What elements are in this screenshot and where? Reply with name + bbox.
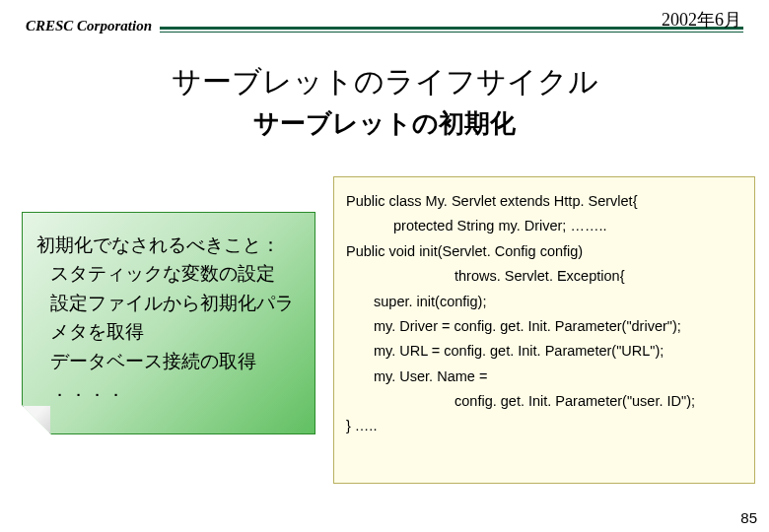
- code-line-3: Public void init(Servlet. Config config): [346, 243, 583, 259]
- header-rule: [160, 27, 743, 33]
- code-line-1: Public class My. Servlet extends Http. S…: [346, 193, 638, 209]
- slide-subtitle: サーブレットの初期化: [0, 106, 769, 141]
- page-number: 85: [740, 509, 757, 526]
- code-line-9: config. get. Init. Parameter("user. ID")…: [346, 389, 742, 414]
- code-line-6: my. Driver = config. get. Init. Paramete…: [346, 314, 742, 339]
- code-line-10: } …..: [346, 418, 377, 433]
- code-line-5: super. init(config);: [346, 290, 742, 314]
- left-ellipsis: ．．．．: [36, 375, 301, 404]
- page-fold-icon: [23, 406, 50, 433]
- code-line-7: my. URL = config. get. Init. Parameter("…: [346, 339, 742, 364]
- code-line-4: throws. Servlet. Exception{: [346, 264, 742, 289]
- left-item-3: データベース接続の取得: [36, 347, 301, 375]
- date-label: 2002年6月: [662, 8, 741, 32]
- left-heading: 初期化でなされるべきこと：: [36, 231, 301, 259]
- code-line-8: my. User. Name =: [346, 365, 742, 389]
- left-item-1: スタティックな変数の設定: [36, 259, 301, 288]
- code-sample-box: Public class My. Servlet extends Http. S…: [333, 176, 755, 484]
- corporation-label: CRESC Corporation: [26, 18, 152, 34]
- code-line-2: protected String my. Driver; ……..: [346, 214, 742, 238]
- init-tasks-box: 初期化でなされるべきこと： スタティックな変数の設定 設定ファイルから初期化パラ…: [22, 212, 315, 434]
- slide-title: サーブレットのライフサイクル: [0, 62, 769, 102]
- left-item-2: 設定ファイルから初期化パラメタを取得: [36, 289, 301, 347]
